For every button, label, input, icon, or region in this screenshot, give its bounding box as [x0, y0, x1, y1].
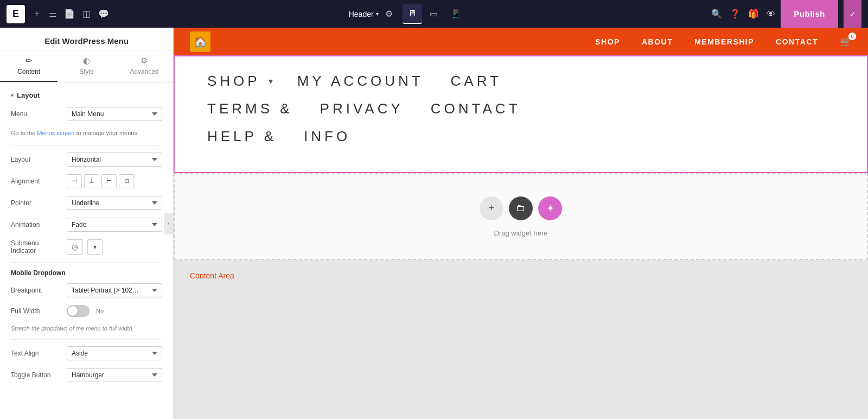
- main-layout: Edit WordPress Menu ✏ Content ◐ Style ⚙ …: [0, 28, 868, 419]
- header-chevron-icon: ▾: [376, 11, 379, 17]
- publish-button[interactable]: Publish: [781, 0, 838, 28]
- nav-shop[interactable]: SHOP: [595, 37, 620, 46]
- canvas-area: 🏠 SHOP ABOUT MEMBERSHIP CONTACT 🛒 0 SHOP…: [174, 28, 868, 419]
- menu-item-privacy[interactable]: PRIVACY: [320, 100, 404, 117]
- publish-checkmark-button[interactable]: ✓: [844, 0, 861, 28]
- toolbar-icons: ＋ ⚌ 📄 ◫ 💬: [33, 8, 109, 20]
- tab-style[interactable]: ◐ Style: [58, 50, 115, 82]
- tablet-device-btn[interactable]: ▭: [424, 4, 444, 24]
- panel-title: Edit WordPress Menu: [11, 36, 162, 46]
- animation-field-row: Animation Fade: [11, 218, 162, 232]
- animation-label: Animation: [11, 221, 62, 228]
- toggle-knob: [68, 306, 78, 316]
- pointer-select[interactable]: Underline: [67, 196, 162, 210]
- nav-membership[interactable]: MEMBERSHIP: [694, 37, 754, 46]
- breakpoint-select[interactable]: Tablet Portrait (> 102…: [67, 283, 162, 297]
- menu-widget: SHOP ▾ MY ACCOUNT CART TERMS & PRIVACY C…: [174, 55, 868, 173]
- full-width-toggle[interactable]: [67, 305, 90, 317]
- submenu-indicator-label: Submenu Indicator: [11, 239, 62, 255]
- menu-item-info[interactable]: INFO: [304, 128, 350, 145]
- header-dropdown[interactable]: Header ▾: [349, 10, 379, 18]
- panel-collapse-handle[interactable]: ‹: [164, 213, 173, 234]
- layout-field-row: Layout Horizontal: [11, 153, 162, 167]
- align-left-btn[interactable]: ⊣: [67, 174, 82, 188]
- comments-icon[interactable]: 💬: [98, 9, 109, 19]
- site-logo: 🏠: [190, 31, 210, 52]
- menu-item-cart[interactable]: CART: [451, 73, 502, 90]
- content-area-label: Content Area: [190, 271, 234, 280]
- preview-icon[interactable]: 👁: [767, 9, 775, 19]
- menu-label: Menu: [11, 110, 62, 118]
- alignment-field-row: Alignment ⊣ ⊥ ⊢ ⊟: [11, 174, 162, 188]
- cart-icon[interactable]: 🛒 0: [840, 36, 852, 48]
- widget-btn[interactable]: ✦: [538, 196, 562, 220]
- menu-select[interactable]: Main Menu: [67, 107, 162, 121]
- menu-field-row: Menu Main Menu: [11, 107, 162, 121]
- tab-content[interactable]: ✏ Content: [0, 50, 58, 82]
- menu-row-1: SHOP ▾ MY ACCOUNT CART: [207, 73, 834, 90]
- device-switcher: 🖥 ▭ 📱: [403, 4, 465, 24]
- templates-icon[interactable]: ⚌: [49, 9, 56, 19]
- breakpoint-label: Breakpoint: [11, 287, 62, 294]
- header-settings-icon[interactable]: ⚙: [385, 9, 393, 19]
- layout-section-header[interactable]: ▾ Layout: [11, 91, 162, 99]
- menus-info-text: Go to the Menus screen to manage your me…: [11, 129, 162, 138]
- menu-item-terms[interactable]: TERMS &: [207, 100, 293, 117]
- menu-item-contact2[interactable]: CONTACT: [431, 100, 521, 117]
- menu-row-3: HELP & INFO: [207, 128, 834, 145]
- style-tab-label: Style: [79, 68, 94, 75]
- cart-badge: 0: [848, 33, 856, 40]
- pointer-field-row: Pointer Underline: [11, 196, 162, 210]
- toolbar-center: Header ▾ ⚙ 🖥 ▭ 📱: [114, 4, 706, 24]
- panel-tabs: ✏ Content ◐ Style ⚙ Advanced: [0, 50, 173, 82]
- panel-header: Edit WordPress Menu: [0, 28, 173, 50]
- content-tab-label: Content: [17, 68, 40, 75]
- toggle-button-select[interactable]: Hamburger: [67, 368, 162, 382]
- text-align-select[interactable]: Aside: [67, 346, 162, 360]
- content-tab-icon: ✏: [25, 56, 33, 66]
- align-stretch-btn[interactable]: ⊟: [119, 174, 134, 188]
- advanced-tab-icon: ⚙: [141, 56, 148, 66]
- nav-about[interactable]: ABOUT: [642, 37, 673, 46]
- layout-select[interactable]: Horizontal: [67, 153, 162, 167]
- gift-icon[interactable]: 🎁: [748, 9, 759, 19]
- align-center-btn[interactable]: ⊥: [84, 174, 99, 188]
- nav-contact[interactable]: CONTACT: [776, 37, 818, 46]
- desktop-device-btn[interactable]: 🖥: [403, 4, 422, 24]
- advanced-tab-label: Advanced: [130, 68, 158, 75]
- top-toolbar: E ＋ ⚌ 📄 ◫ 💬 Header ▾ ⚙ 🖥 ▭ 📱 🔍 ❓ 🎁 👁 Pub…: [0, 0, 868, 28]
- search-icon[interactable]: 🔍: [711, 9, 722, 19]
- animation-select[interactable]: Fade: [67, 218, 162, 232]
- pages-icon[interactable]: 📄: [64, 9, 75, 19]
- toolbar-right: 🔍 ❓ 🎁 👁: [711, 9, 775, 19]
- add-icon[interactable]: ＋: [33, 8, 41, 20]
- layers-icon[interactable]: ◫: [82, 9, 91, 19]
- tab-advanced[interactable]: ⚙ Advanced: [116, 50, 173, 82]
- menu-item-help[interactable]: HELP &: [207, 128, 277, 145]
- add-widget-btn[interactable]: +: [480, 196, 503, 220]
- help-icon[interactable]: ❓: [730, 9, 741, 19]
- text-align-label: Text Align: [11, 350, 62, 357]
- menu-row-2: TERMS & PRIVACY CONTACT: [207, 100, 834, 117]
- menu-item-shop[interactable]: SHOP: [207, 73, 260, 90]
- pointer-label: Pointer: [11, 199, 62, 207]
- content-area-section: Content Area: [174, 260, 868, 291]
- layout-label: Layout: [11, 156, 62, 163]
- align-right-btn[interactable]: ⊢: [101, 174, 117, 188]
- elementor-logo[interactable]: E: [7, 5, 25, 23]
- divider-2: [11, 262, 162, 263]
- layout-section-title: Layout: [17, 91, 40, 99]
- breakpoint-field-row: Breakpoint Tablet Portrait (> 102…: [11, 283, 162, 297]
- templates-btn[interactable]: 🗀: [509, 196, 533, 220]
- style-tab-icon: ◐: [83, 56, 90, 66]
- shop-dropdown-arrow: ▾: [269, 76, 273, 86]
- menu-item-myaccount[interactable]: MY ACCOUNT: [297, 73, 424, 90]
- mobile-dropdown-title: Mobile Dropdown: [11, 269, 162, 277]
- mobile-device-btn[interactable]: 📱: [446, 4, 465, 24]
- submenu-indicator-box[interactable]: ◷: [67, 239, 83, 255]
- submenu-indicator-arrow[interactable]: ▾: [87, 239, 103, 255]
- menus-screen-link[interactable]: Menus screen: [37, 130, 74, 136]
- site-header: 🏠 SHOP ABOUT MEMBERSHIP CONTACT 🛒 0: [174, 28, 868, 55]
- header-label-text: Header: [349, 10, 374, 18]
- toggle-button-field-row: Toggle Button Hamburger: [11, 368, 162, 382]
